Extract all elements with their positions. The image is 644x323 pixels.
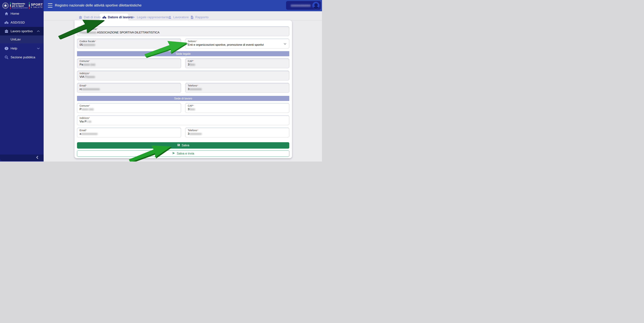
tab-label: Legale rappresentante	[137, 15, 169, 19]
field-label: CAP	[188, 60, 193, 62]
tab-lavoratore[interactable]: Lavoratore	[168, 14, 189, 20]
home-icon	[4, 12, 8, 16]
field-label: Denominazione	[80, 28, 97, 30]
sidebar-item-asd-ssd[interactable]: ASD/SSD	[0, 19, 44, 27]
section-header-sede-legale: Sede legale	[77, 51, 289, 56]
denominazione-field[interactable]: Denominazione* Pxxxxxxxxxxx ASSOCIAZIONE…	[77, 26, 289, 36]
sidebar-item-label: Sezione pubblica	[10, 56, 35, 59]
save-and-send-button[interactable]: Salva e invia	[77, 150, 289, 157]
required-marker: *	[193, 104, 194, 107]
sidebar-item-help[interactable]: ? Help	[0, 44, 44, 53]
sede-lavoro-email-field[interactable]: Email* axxxxxxxxxxxx	[77, 128, 181, 137]
tab-legale-rappresentante[interactable]: Legale rappresentante	[132, 14, 169, 20]
redacted-value: Pxxxxxxxxxxx	[80, 31, 96, 34]
required-marker: *	[95, 40, 96, 43]
sidebar-item-lavoro-sportivo[interactable]: Lavoro sportivo	[0, 27, 44, 36]
redacted-value: xxxxx (xx)	[83, 63, 95, 66]
field-value: 05	[80, 43, 83, 46]
sidebar-item-label: UniLav	[10, 38, 20, 41]
field-label: Telefono	[188, 129, 197, 132]
sidebar-collapse-button[interactable]	[0, 155, 44, 161]
tab-label: Datore di lavoro	[108, 15, 132, 19]
save-icon	[177, 143, 180, 147]
save-button[interactable]: Salva	[77, 142, 289, 149]
chevron-left-icon	[36, 156, 38, 160]
school-icon	[4, 21, 8, 25]
sede-lavoro-cap-field[interactable]: CAP* 35xxx	[185, 103, 289, 113]
required-marker: *	[89, 104, 90, 107]
send-icon	[172, 152, 175, 156]
required-marker: *	[89, 117, 90, 119]
sidebar-item-unilav[interactable]: UniLav	[0, 36, 44, 43]
hamburger-menu-button[interactable]	[48, 4, 52, 8]
svg-text:?: ?	[6, 47, 7, 50]
user-badge-redacted-text: xxxxxxxxxx	[291, 4, 310, 7]
sede-lavoro-telefono-field[interactable]: Telefono* 3xxxxxxxxx	[185, 128, 289, 137]
chevron-up-icon	[37, 30, 40, 32]
redacted-value: xxxxxxxxx	[189, 132, 202, 135]
school-icon	[102, 16, 106, 19]
field-label: CAP	[188, 104, 193, 107]
field-label: Indirizzo	[80, 72, 89, 75]
tab-dati-di-invio[interactable]: Dati di invio	[79, 14, 100, 20]
republic-emblem-icon	[2, 2, 9, 9]
required-marker: *	[86, 84, 87, 87]
field-value: VIA	[80, 75, 85, 79]
field-label: Telefono	[188, 84, 197, 87]
tab-label: Rapporto	[195, 15, 208, 19]
user-avatar-icon	[312, 2, 320, 9]
field-label: Codice fiscale	[80, 40, 95, 43]
sede-legale-indirizzo-field[interactable]: Indirizzo* VIA Pxxxxxx	[77, 71, 289, 81]
required-marker: *	[89, 60, 90, 62]
logo-brand-text: SPORT E SALUTE	[31, 3, 43, 8]
chevron-down-icon	[37, 47, 40, 50]
required-marker: *	[86, 129, 87, 132]
person-icon	[168, 16, 172, 19]
field-label: Email	[80, 129, 86, 132]
sidebar-item-label: ASD/SSD	[10, 21, 25, 24]
help-icon: ?	[4, 46, 8, 51]
required-marker: *	[197, 129, 198, 132]
sidebar-item-sezione-pubblica[interactable]: Sezione pubblica	[0, 53, 44, 61]
sede-legale-cap-field[interactable]: CAP* 35xxx	[185, 58, 289, 68]
redacted-value: xxxxxxxxx	[83, 43, 95, 46]
user-badge[interactable]: xxxxxxxxxx	[286, 1, 321, 10]
top-header: Registro nazionale delle attività sporti…	[44, 0, 322, 11]
field-label: Comune	[80, 104, 89, 107]
redacted-value: xxxxx (xx)	[82, 108, 94, 111]
field-label: Settore	[188, 40, 196, 43]
required-marker: *	[193, 60, 194, 62]
sidebar-item-label: Lavoro sportivo	[10, 29, 33, 33]
page-title: Registro nazionale delle attività sporti…	[55, 3, 142, 7]
sidebar-item-home[interactable]: Home	[0, 10, 44, 18]
sede-legale-email-field[interactable]: Email* rcxxxxxxxxxxxxx	[77, 83, 181, 93]
codice-fiscale-field[interactable]: Codice fiscale* 05xxxxxxxxx	[77, 39, 181, 49]
tab-datore-di-lavoro[interactable]: Datore di lavoro	[102, 14, 132, 20]
field-value: rc	[80, 88, 82, 91]
save-and-send-button-label: Salva e invia	[177, 152, 194, 155]
italy-flag-bar	[29, 2, 30, 9]
redacted-value: xxxxxxxxxxxx	[81, 132, 98, 135]
sede-legale-comune-field[interactable]: Comune* Paxxxxx (xx)	[77, 58, 181, 68]
field-value: Enti e organizzazioni sportive, promozio…	[188, 43, 264, 47]
redacted-value: x xx	[86, 120, 91, 123]
redacted-value: 5xxx	[189, 108, 195, 111]
sidebar-item-label: Help	[10, 47, 17, 50]
tab-rapporto[interactable]: Rapporto	[190, 14, 208, 20]
required-marker: *	[97, 28, 98, 30]
sede-legale-telefono-field[interactable]: Telefono* 3xxxxxxxxx	[185, 83, 289, 93]
field-value: Pa	[80, 63, 83, 66]
field-label: Email	[80, 84, 86, 87]
italy-flag-bar	[10, 2, 11, 9]
field-value: P	[80, 108, 82, 111]
field-label: Comune	[80, 60, 89, 62]
redacted-value: Pxxxxxx	[85, 75, 95, 79]
settore-select[interactable]: Settore* Enti e organizzazioni sportive,…	[185, 39, 289, 49]
logo-org-text: Dipartimento per lo Sport Presidenza del…	[12, 3, 28, 8]
briefcase-icon	[4, 29, 8, 33]
sede-lavoro-indirizzo-field[interactable]: Indirizzo* Via Px xx	[77, 115, 289, 125]
redacted-value: xxxxxxxxxxxxx	[82, 88, 100, 91]
section-header-sede-di-lavoro: Sede di lavoro	[77, 96, 289, 101]
save-button-label: Salva	[182, 144, 189, 147]
sede-lavoro-comune-field[interactable]: Comune* Pxxxxx (xx)	[77, 103, 181, 113]
